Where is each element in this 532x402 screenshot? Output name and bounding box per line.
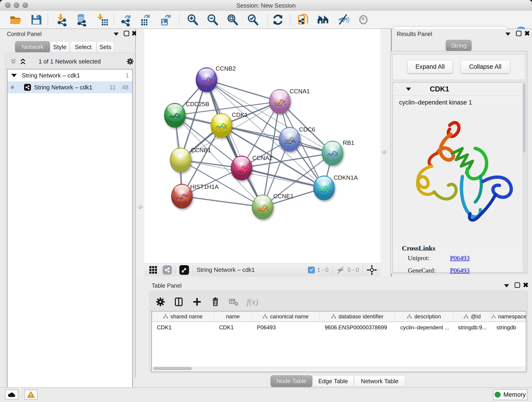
edge-HIST1H1A-CCNE1[interactable] [182,196,263,207]
tab-network[interactable]: Network [15,41,50,53]
tab-sets[interactable]: Sets [97,41,114,53]
results-panel-close-icon[interactable]: ✖ [524,31,530,36]
node-CCNA1[interactable] [269,89,291,114]
table-cell[interactable]: CDK1 [214,322,252,332]
tab-network-table[interactable]: Network Table [354,375,405,387]
node-result-header[interactable]: CDK1 [393,83,525,96]
show-columns-icon[interactable] [173,297,184,307]
node-RB1[interactable] [322,141,343,166]
document-share-button[interactable] [296,12,310,27]
cloud-button[interactable] [5,390,18,400]
houses-button[interactable] [317,12,330,27]
zoom-selected-button[interactable] [246,12,260,27]
left-splitter-handle[interactable] [137,204,143,210]
net-toolbar-separator [332,265,332,274]
open-view-icon[interactable] [179,265,189,275]
crosslink-value-link[interactable]: P06493 [450,267,470,274]
node-CCNB1[interactable] [170,148,191,172]
column-header-shared-name[interactable]: shared name [152,312,214,322]
open-file-button[interactable] [9,12,22,27]
node-CCNB2[interactable] [196,67,217,92]
import-network-file-button[interactable] [55,12,69,27]
edge-CCNB2-CCNA1[interactable] [206,80,280,102]
collection-caret-icon[interactable] [11,74,17,77]
zoom-out-button[interactable] [206,12,219,27]
control-panel-collapse-icon[interactable] [114,32,119,36]
warning-button[interactable] [24,390,38,400]
expand-all-button[interactable]: Expand All [407,60,453,73]
memory-button[interactable]: Memory [493,389,527,400]
tab-style[interactable]: Style [50,41,70,53]
node-CDK1[interactable] [210,113,232,138]
network-collection-row[interactable]: String Network – cdk1 1 [7,70,132,81]
node-HIST1H1A[interactable] [171,184,193,209]
network-canvas[interactable]: CCNB2CCNA1CDC25BCDK1CDC6RB1CCNB1CCNA2CDK… [144,29,380,263]
network-row-selected[interactable]: String Network – cdk1 11 48 [7,81,132,93]
column-header-description[interactable]: description [395,312,453,322]
zoom-fit-button[interactable] [225,12,239,27]
node-CDKN1A[interactable] [313,176,335,200]
network-share-icon[interactable] [163,265,172,274]
table-cell[interactable]: 9606.ENSP00000378699 [320,322,395,332]
import-table-file-button[interactable] [95,12,109,27]
delete-table-icon[interactable] [228,297,239,307]
tab-string[interactable]: String [446,40,472,51]
right-splitter-handle[interactable] [381,149,387,155]
table-cell[interactable]: CDK1 [152,322,214,332]
column-header-namespace[interactable]: namespace [491,312,526,322]
import-network-database-button[interactable] [75,12,88,27]
node-table[interactable]: shared nameCDK1nameCDK1canonical nameP06… [152,311,526,372]
table-cell[interactable]: stringdb [491,322,526,332]
title-bar: Session: New Session [0,0,532,11]
left-splitter[interactable] [136,29,144,276]
column-header-database-identifier[interactable]: database identifier [320,312,395,322]
tab-node-table[interactable]: Node Table [271,375,312,387]
column-header-canonical-name[interactable]: canonical name [252,312,320,322]
node-CCNA2[interactable] [231,156,252,180]
table-horizontal-scrollbar[interactable] [152,366,525,370]
right-splitter[interactable] [380,29,391,276]
export-table-button[interactable] [139,12,153,27]
tab-select[interactable]: Select [70,41,97,53]
node-CDC6[interactable] [279,127,300,152]
string-results-box: Expand All Collapse All CDK1 cyclin–depe… [390,51,527,274]
export-network-button[interactable] [119,12,133,27]
hidden-eye-slash-icon[interactable] [336,266,345,274]
column-header--id[interactable]: @id [453,312,491,322]
control-panel-float-icon[interactable] [124,31,129,36]
tab-edge-table[interactable]: Edge Table [312,375,354,387]
table-options-gear-icon[interactable] [155,297,166,307]
net-toolbar-separator [363,265,363,274]
zoom-in-button[interactable] [186,12,199,27]
node-CDC25B[interactable] [164,103,186,128]
refresh-button[interactable] [271,12,285,27]
function-builder-fx[interactable]: f(x) [247,297,258,307]
results-panel-collapse-icon[interactable] [505,32,510,36]
export-image-button[interactable] [159,12,173,27]
table-panel-close-icon[interactable]: ✖ [523,282,529,288]
birdseye-grid-icon[interactable] [149,266,158,274]
delete-column-icon[interactable] [210,297,221,307]
results-scrollbar[interactable] [523,83,526,271]
node-result-caret-icon[interactable] [406,88,411,91]
network-label: String Network – cdk1 [34,84,92,91]
network-options-gear-icon[interactable] [126,57,134,65]
column-header-name[interactable]: name [214,312,252,322]
hide-selected-button[interactable] [336,12,350,27]
node-result-section: CDK1 cyclin–dependent kinase 1 [393,82,525,273]
show-eye-button[interactable] [356,12,370,27]
selected-checkbox-icon[interactable] [308,267,315,274]
zoom-out-icon [206,13,219,26]
node-CCNE1[interactable] [252,195,273,219]
pan-crosshair-icon[interactable] [367,265,377,275]
table-panel-collapse-icon[interactable] [504,284,509,287]
table-cell[interactable]: cyclin–dependent ... [395,322,453,332]
table-cell[interactable]: P06493 [252,322,320,332]
table-cell[interactable]: stringdb:9... [453,322,491,332]
save-session-button[interactable] [29,12,43,27]
table-panel-float-icon[interactable] [515,282,520,288]
collapse-all-button[interactable]: Collapse All [461,60,510,73]
add-column-icon[interactable] [192,297,202,307]
crosslink-value-link[interactable]: P06493 [450,254,470,262]
results-panel-float-icon[interactable] [516,31,521,36]
